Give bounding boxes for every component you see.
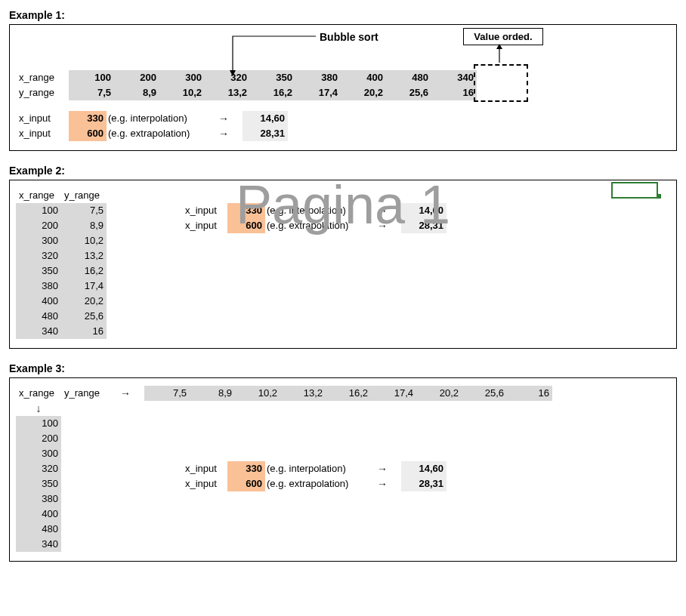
yrange-label: y_range (61, 188, 107, 203)
ex3-x-4: 350 (16, 476, 61, 491)
ex1-in2-value[interactable]: 600 (69, 126, 107, 141)
ex2-x-2: 300 (16, 233, 61, 248)
table-row: 350 (16, 476, 61, 491)
xrange-label: x_range (16, 386, 61, 401)
ex1-input2: x_input 600 (e.g. extrapolation) → 28,31 (16, 126, 670, 141)
ex2-x-3: 320 (16, 248, 61, 263)
ex3-y-6: 20,2 (416, 386, 462, 401)
example3-panel: x_range y_range → 7,5 8,9 10,2 13,2 16,2… (9, 377, 677, 562)
extrap-note: (e.g. extrapolation) (265, 218, 363, 233)
ex2-x-1: 200 (16, 218, 61, 233)
ex2-y-6: 20,2 (61, 294, 107, 309)
arrow-down-icon: ↓ (16, 401, 61, 416)
interp-note: (e.g. interpolation) (265, 203, 363, 218)
ex2-x-6: 400 (16, 294, 61, 309)
ex2-y-1: 8,9 (61, 218, 107, 233)
xinput-label: x_input (16, 126, 69, 141)
ex3-y-7: 25,6 (462, 386, 507, 401)
bubble-sort-label: Bubble sort (320, 31, 379, 43)
ex1-x-3: 320 (205, 70, 250, 85)
ex2-y-2: 10,2 (61, 233, 107, 248)
ex2-in2-value[interactable]: 600 (227, 218, 265, 233)
ex1-y-3: 13,2 (205, 85, 250, 100)
ex3-header: x_range y_range → 7,5 8,9 10,2 13,2 16,2… (16, 386, 670, 401)
arrow-right-icon: → (363, 461, 401, 476)
ex3-in2-value[interactable]: 600 (227, 476, 265, 491)
table-row: 380 (16, 491, 61, 507)
ex3-x-7: 480 (16, 522, 61, 537)
ex1-input1: x_input 330 (e.g. interpolation) → 14,60 (16, 111, 670, 126)
ex1-x-0: 100 (69, 70, 114, 85)
ex1-y-2: 10,2 (159, 85, 205, 100)
ex1-x-5: 380 (295, 70, 341, 85)
example2-title: Example 2: (9, 165, 677, 177)
ex1-in1-result: 14,60 (243, 111, 288, 126)
ex1-y-4: 16,2 (250, 85, 295, 100)
selected-cell[interactable] (611, 182, 658, 199)
table-row: 300 (16, 446, 61, 461)
ex2-x-0: 100 (16, 203, 61, 218)
ex2-in2-result: 28,31 (401, 218, 447, 233)
ex1-x-6: 400 (341, 70, 386, 85)
ex1-x-1: 200 (114, 70, 159, 85)
table-row: 100 (16, 416, 61, 431)
ex3-y-0: 7,5 (144, 386, 190, 401)
ex1-x-7: 480 (386, 70, 431, 85)
ex2-input2: x_input 600 (e.g. extrapolation) → 28,31 (182, 218, 447, 233)
ex3-y-5: 17,4 (371, 386, 416, 401)
ex2-y-4: 16,2 (61, 263, 107, 279)
ex2-x-8: 340 (16, 324, 61, 339)
arrow-right-icon: → (363, 203, 401, 218)
xinput-label: x_input (16, 111, 69, 126)
ex3-inputs: x_input 330 (e.g. interpolation) → 14,60… (182, 416, 447, 552)
ex3-y-8: 16 (507, 386, 552, 401)
interp-note: (e.g. interpolation) (107, 111, 205, 126)
example1-title: Example 1: (9, 9, 677, 21)
ex1-x-2: 300 (159, 70, 205, 85)
ex1-y-6: 20,2 (341, 85, 386, 100)
ex1-y-5: 17,4 (295, 85, 341, 100)
ex3-in1-value[interactable]: 330 (227, 461, 265, 476)
table-row: 34016 (16, 324, 107, 339)
ex3-y-2: 10,2 (235, 386, 280, 401)
ex2-data-columns: 1007,5 2008,9 30010,2 32013,2 35016,2 38… (16, 203, 107, 339)
ex2-in1-value[interactable]: 330 (227, 203, 265, 218)
ex2-y-7: 25,6 (61, 309, 107, 324)
ex3-in2-result: 28,31 (401, 476, 447, 491)
table-row: 38017,4 (16, 279, 107, 294)
ex2-y-3: 13,2 (61, 248, 107, 263)
extrap-note: (e.g. extrapolation) (107, 126, 205, 141)
xrange-label: x_range (16, 188, 61, 203)
xinput-label: x_input (182, 218, 227, 233)
table-row: 400 (16, 507, 61, 522)
xrange-label: x_range (16, 70, 69, 85)
interp-note: (e.g. interpolation) (265, 461, 363, 476)
ex3-input1: x_input 330 (e.g. interpolation) → 14,60 (182, 461, 447, 476)
ex1-in1-value[interactable]: 330 (69, 111, 107, 126)
table-row: 32013,2 (16, 248, 107, 263)
value-orded-box: Value orded. (463, 28, 543, 45)
ex1-y-8: 16 (431, 85, 477, 100)
ex3-x-1: 200 (16, 431, 61, 446)
ex2-x-4: 350 (16, 263, 61, 279)
ex3-y-3: 13,2 (280, 386, 326, 401)
arrow-right-icon: → (363, 476, 401, 491)
table-row: 2008,9 (16, 218, 107, 233)
xinput-label: x_input (182, 476, 227, 491)
xinput-label: x_input (182, 461, 227, 476)
ex2-in1-result: 14,60 (401, 203, 447, 218)
example3-title: Example 3: (9, 362, 677, 374)
arrow-right-icon: → (363, 218, 401, 233)
ex2-x-7: 480 (16, 309, 61, 324)
table-row: 1007,5 (16, 203, 107, 218)
ex2-inputs: x_input 330 (e.g. interpolation) → 14,60… (182, 203, 447, 339)
table-row: 35016,2 (16, 263, 107, 279)
ex3-y-1: 8,9 (190, 386, 235, 401)
ex1-y-7: 25,6 (386, 85, 431, 100)
selection-handle[interactable] (657, 194, 661, 199)
ex2-input1: x_input 330 (e.g. interpolation) → 14,60 (182, 203, 447, 218)
ex3-x-5: 380 (16, 491, 61, 507)
table-row: 200 (16, 431, 61, 446)
xinput-label: x_input (182, 203, 227, 218)
yrange-label: y_range (16, 85, 69, 100)
